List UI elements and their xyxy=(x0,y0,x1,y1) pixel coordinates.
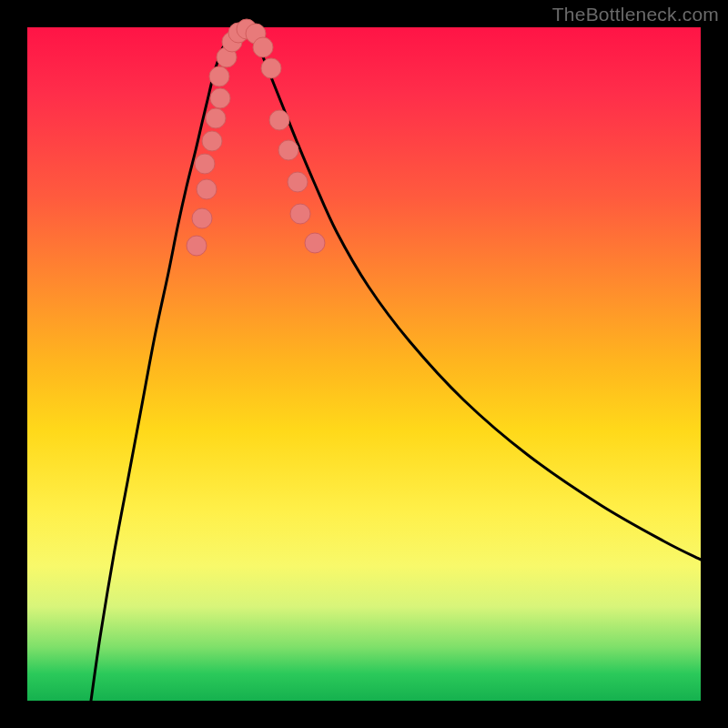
highlight-dot xyxy=(261,58,281,78)
highlight-dot xyxy=(269,110,289,130)
series-right-branch xyxy=(251,30,701,560)
highlight-dot xyxy=(305,233,325,253)
highlight-dot xyxy=(202,131,222,151)
highlight-dot xyxy=(192,208,212,228)
bottleneck-curve xyxy=(91,29,701,701)
series-left-branch xyxy=(91,30,235,701)
chart-stage: TheBottleneck.com xyxy=(0,0,728,728)
highlight-dot xyxy=(197,179,217,199)
highlight-dot xyxy=(206,108,226,128)
highlight-dot xyxy=(278,140,298,160)
highlight-dot xyxy=(290,204,310,224)
highlight-dot xyxy=(187,236,207,256)
highlight-dot xyxy=(209,66,229,86)
highlight-dots xyxy=(187,19,325,256)
highlight-dot xyxy=(253,37,273,57)
plot-area xyxy=(27,27,701,701)
watermark-text: TheBottleneck.com xyxy=(552,4,719,25)
highlight-dot xyxy=(195,154,215,174)
curve-layer xyxy=(27,27,701,701)
highlight-dot xyxy=(288,172,308,192)
highlight-dot xyxy=(210,88,230,108)
